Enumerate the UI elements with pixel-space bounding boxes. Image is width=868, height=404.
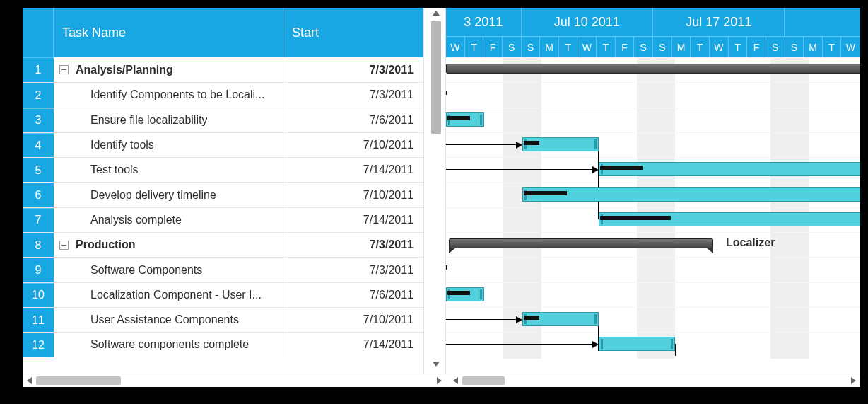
table-row[interactable]: 4Identify tools7/10/2011 (23, 132, 423, 157)
task-cell[interactable]: Software components complete (54, 333, 283, 357)
timeline-row (446, 82, 860, 107)
grid-header: Task Name Start (23, 8, 423, 57)
task-bar[interactable] (522, 137, 599, 151)
splitter[interactable] (423, 8, 446, 374)
day-cell: F (747, 36, 766, 57)
progress-bar (447, 291, 470, 295)
summary-bar[interactable] (449, 238, 713, 248)
grid-body: 1Analysis/Planning7/3/20112Identify Comp… (23, 57, 423, 374)
collapse-icon[interactable] (59, 65, 69, 74)
timeline-row (446, 108, 860, 132)
table-row[interactable]: 8Production7/3/2011 (23, 232, 423, 257)
task-bar[interactable] (599, 162, 860, 176)
table-row[interactable]: 12Software components complete7/14/2011 (23, 332, 423, 357)
table-row[interactable]: 11User Assistance Components7/10/2011 (23, 307, 423, 332)
row-id: 5 (23, 158, 54, 182)
task-cell[interactable]: Identify Components to be Locali... (54, 83, 283, 107)
day-cell: T (597, 36, 616, 57)
resize-handle-right[interactable] (594, 314, 597, 324)
task-cell[interactable]: Ensure file localizability (54, 108, 283, 132)
scroll-right-icon[interactable] (437, 377, 442, 384)
task-cell[interactable]: Analysis complete (54, 208, 283, 232)
day-cell: T (465, 36, 484, 57)
task-name: Production (76, 238, 135, 251)
scroll-left-icon[interactable] (27, 377, 32, 384)
timeline: 3 2011Jul 10 2011Jul 17 2011 WTFSSMTWTFS… (446, 8, 860, 374)
timeline-hscroll-thumb[interactable] (462, 376, 505, 385)
vertical-scrollbar[interactable] (431, 11, 442, 367)
vertical-scroll-thumb[interactable] (431, 21, 441, 134)
timeline-hscroll[interactable] (446, 374, 860, 387)
dependency-link (598, 144, 599, 219)
task-bar[interactable] (599, 337, 675, 351)
table-row[interactable]: 6Develop delivery timeline7/10/2011 (23, 182, 423, 207)
task-bar[interactable] (446, 287, 484, 301)
row-id: 12 (23, 333, 54, 357)
dependency-link (446, 169, 593, 170)
task-cell[interactable]: Production (54, 233, 283, 257)
task-cell[interactable]: Identify tools (54, 133, 283, 157)
collapse-icon[interactable] (59, 241, 69, 250)
scroll-down-icon[interactable] (433, 362, 440, 367)
task-cell[interactable]: Test tools (54, 158, 283, 182)
progress-bar (600, 216, 671, 220)
day-cell: M (672, 36, 691, 57)
table-row[interactable]: 2Identify Components to be Locali...7/3/… (23, 82, 423, 107)
task-cell[interactable]: Software Components (54, 258, 283, 282)
task-name: Identify tools (90, 139, 154, 151)
task-name: Develop delivery timeline (90, 189, 216, 202)
resize-handle-right[interactable] (594, 139, 597, 149)
dependency-link (446, 144, 517, 145)
timeline-row (446, 282, 860, 307)
task-bar[interactable] (522, 187, 860, 202)
progress-bar (524, 191, 567, 195)
task-bar[interactable] (599, 212, 860, 226)
row-id: 11 (23, 308, 54, 332)
row-id: 10 (23, 283, 54, 307)
resize-handle-right[interactable] (480, 115, 482, 125)
table-row[interactable]: 9Software Components7/3/2011 (23, 257, 423, 282)
dependency-link (446, 344, 593, 345)
progress-bar (524, 141, 539, 145)
task-cell[interactable]: Develop delivery timeline (54, 183, 283, 207)
task-name: User Assistance Components (90, 313, 239, 326)
row-id: 3 (23, 108, 54, 132)
resize-handle-right[interactable] (480, 289, 482, 299)
resize-handle-left[interactable] (601, 339, 603, 349)
table-row[interactable]: 10Localization Component - User I...7/6/… (23, 282, 423, 307)
scroll-right-icon[interactable] (851, 377, 856, 384)
grid-hscroll-thumb[interactable] (36, 376, 121, 385)
task-bar[interactable] (446, 112, 484, 127)
col-head-task[interactable]: Task Name (54, 8, 283, 57)
table-row[interactable]: 5Test tools7/14/2011 (23, 157, 423, 182)
day-cell: S (766, 36, 785, 57)
day-cell: T (559, 36, 578, 57)
start-cell: 7/14/2011 (283, 208, 423, 232)
gantt-app: Task Name Start 1Analysis/Planning7/3/20… (23, 8, 860, 387)
scroll-up-icon[interactable] (433, 11, 440, 16)
task-cell[interactable]: Localization Component - User I... (54, 283, 283, 307)
col-head-id[interactable] (23, 8, 54, 57)
month-cell: Jul 17 2011 (653, 8, 785, 36)
task-cell[interactable]: Analysis/Planning (54, 57, 283, 82)
progress-bar (446, 265, 447, 270)
start-cell: 7/3/2011 (283, 233, 423, 257)
main-area: Task Name Start 1Analysis/Planning7/3/20… (23, 8, 860, 374)
row-id: 8 (23, 233, 54, 257)
task-bar[interactable] (522, 312, 599, 326)
task-name: Software components complete (90, 338, 249, 351)
grid-hscroll[interactable] (23, 374, 446, 387)
col-head-start[interactable]: Start (283, 8, 423, 57)
timeline-row (446, 257, 860, 282)
task-cell[interactable]: User Assistance Components (54, 308, 283, 332)
summary-bar[interactable] (446, 64, 860, 74)
table-row[interactable]: 7Analysis complete7/14/2011 (23, 207, 423, 232)
timeline-body[interactable]: Localizer (446, 57, 860, 359)
scroll-left-icon[interactable] (453, 377, 458, 384)
resize-handle-right[interactable] (671, 339, 673, 349)
table-row[interactable]: 3Ensure file localizability7/6/2011 (23, 108, 423, 132)
month-cell: 3 2011 (446, 8, 522, 36)
day-cell: M (540, 36, 559, 57)
table-row[interactable]: 1Analysis/Planning7/3/2011 (23, 57, 423, 82)
row-id: 6 (23, 183, 54, 207)
